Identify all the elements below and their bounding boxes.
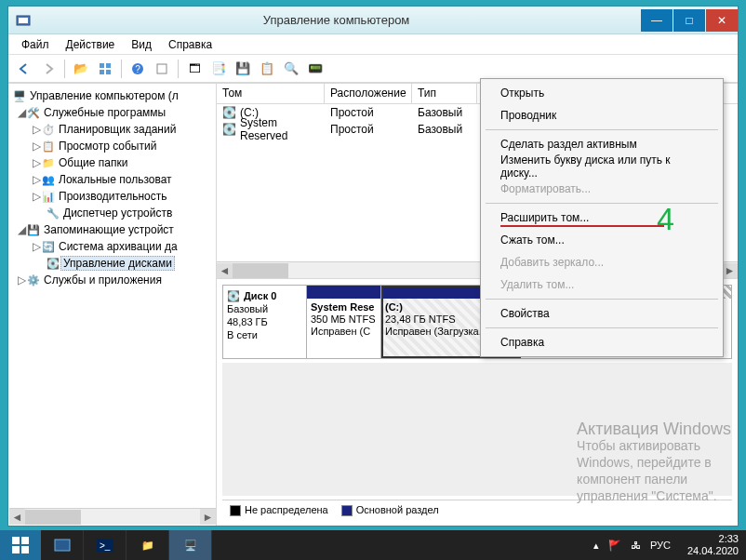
up-icon[interactable]: 📂 (71, 59, 91, 79)
ctx-shrink-volume[interactable]: Сжать том... (484, 229, 720, 251)
tree-diskmgmt[interactable]: Управление дисками (60, 256, 175, 271)
close-button[interactable]: ✕ (706, 9, 738, 32)
tray-flag-icon[interactable]: 🚩 (608, 540, 621, 552)
drive-icon: 💽 (222, 123, 236, 136)
tree-services[interactable]: Служебные программы (41, 106, 166, 119)
start-button[interactable] (0, 530, 41, 560)
col-type[interactable]: Тип (412, 84, 477, 103)
tree-svcapps[interactable]: Службы и приложения (41, 273, 162, 287)
ctx-delete-volume: Удалить том... (484, 273, 720, 296)
svg-text:?: ? (135, 64, 140, 74)
tools-icon: 🛠️ (26, 107, 41, 119)
svg-rect-4 (100, 70, 104, 74)
view-icon[interactable] (95, 59, 115, 79)
ctx-change-letter[interactable]: Изменить букву диска или путь к диску... (484, 155, 720, 178)
tree-users[interactable]: Локальные пользоват (56, 173, 172, 186)
minimize-button[interactable]: — (641, 9, 673, 32)
maximize-button[interactable]: □ (673, 9, 705, 32)
taskbar-servermgr[interactable] (41, 530, 84, 560)
svg-rect-10 (21, 537, 29, 544)
ctx-open[interactable]: Открыть (484, 82, 720, 104)
context-menu: Открыть Проводник Сделать раздел активны… (480, 78, 724, 357)
action2-icon[interactable]: 💾 (233, 59, 253, 79)
menu-file[interactable]: Файл (14, 36, 57, 53)
col-layout[interactable]: Расположение (325, 84, 412, 103)
services-icon: ⚙️ (26, 274, 41, 287)
app-icon (14, 11, 33, 30)
tree-devmgr[interactable]: Диспетчер устройств (60, 207, 172, 220)
svg-rect-1 (19, 18, 28, 23)
ctx-add-mirror: Добавить зеркало... (484, 251, 720, 273)
tree-eventviewer[interactable]: Просмотр событий (56, 140, 156, 153)
folder-icon: 📁 (41, 157, 56, 169)
scroll-right-icon[interactable]: ► (722, 263, 738, 278)
taskbar-clock[interactable]: 2:33 24.04.2020 (680, 533, 746, 557)
tray-network-icon[interactable]: 🖧 (631, 540, 641, 551)
navigation-tree[interactable]: 🖥️Управление компьютером (л ◢🛠️Служебные… (8, 84, 217, 526)
titlebar[interactable]: Управление компьютером — □ ✕ (8, 7, 738, 34)
svg-rect-13 (55, 540, 70, 551)
scroll-right-icon[interactable]: ► (200, 509, 216, 525)
ctx-format: Форматировать... (484, 178, 720, 200)
storage-icon: 💾 (26, 224, 41, 236)
taskbar-compmgmt[interactable]: 🖥️ (169, 530, 212, 560)
tree-shared[interactable]: Общие папки (56, 156, 127, 169)
action3-icon[interactable]: 📋 (257, 59, 277, 79)
tree-root[interactable]: Управление компьютером (л (27, 89, 179, 102)
ctx-mark-active[interactable]: Сделать раздел активным (484, 133, 720, 155)
scroll-thumb[interactable] (233, 263, 288, 278)
ctx-help[interactable]: Справка (484, 331, 720, 353)
tree-hscroll[interactable]: ◄ ► (9, 508, 216, 525)
ctx-properties[interactable]: Свойства (484, 302, 720, 325)
devmgr-icon: 🔧 (46, 207, 60, 220)
tree-scheduler[interactable]: Планировщик заданий (56, 123, 176, 136)
tray-lang[interactable]: РУС (650, 540, 671, 551)
menu-help[interactable]: Справка (161, 36, 220, 53)
tree-backup[interactable]: Система архивации да (56, 240, 178, 253)
window-title: Управление компьютером (33, 13, 640, 27)
partition-system-reserved[interactable]: System Rese 350 МБ NTFS Исправен (С (307, 286, 381, 358)
diskmgmt-icon: 💽 (46, 258, 60, 270)
back-button[interactable] (14, 59, 34, 79)
event-icon: 📋 (41, 140, 56, 153)
backup-icon: 🔄 (41, 241, 56, 253)
menu-view[interactable]: Вид (124, 36, 159, 53)
action4-icon[interactable]: 🔍 (281, 59, 301, 79)
svg-rect-2 (100, 63, 104, 68)
taskbar-powershell[interactable]: >_ (84, 530, 127, 560)
svg-rect-9 (12, 537, 20, 544)
scroll-left-icon[interactable]: ◄ (9, 509, 25, 525)
taskbar: >_ 📁 🖥️ ▴ 🚩 🖧 РУС 2:33 24.04.2020 (0, 530, 746, 560)
svg-rect-11 (12, 546, 20, 553)
tray-up-icon[interactable]: ▴ (593, 540, 599, 552)
props-icon[interactable] (152, 59, 172, 79)
users-icon: 👥 (41, 174, 56, 186)
action5-icon[interactable]: 📟 (305, 59, 326, 79)
scroll-thumb[interactable] (25, 510, 81, 525)
forward-button[interactable] (38, 59, 59, 79)
scroll-left-icon[interactable]: ◄ (217, 263, 233, 278)
action1-icon[interactable]: 📑 (208, 59, 229, 79)
taskbar-explorer[interactable]: 📁 (127, 530, 169, 560)
col-volume[interactable]: Том (217, 84, 325, 103)
drive-icon: 💽 (222, 106, 236, 119)
disk-icon: 💽 (227, 289, 240, 302)
refresh-icon[interactable]: 🗔 (184, 59, 205, 79)
svg-rect-5 (106, 70, 111, 74)
help-icon[interactable]: ? (127, 59, 148, 79)
menubar: Файл Действие Вид Справка (8, 34, 738, 55)
svg-rect-8 (157, 64, 167, 73)
activation-watermark: Активация Windows Чтобы активировать Win… (577, 420, 731, 504)
disk-info[interactable]: 💽Диск 0 Базовый 48,83 ГБ В сети (223, 286, 307, 358)
tree-storage[interactable]: Запоминающие устройст (41, 223, 174, 236)
annotation-number: 4 (657, 201, 674, 237)
computer-icon: 🖥️ (12, 90, 27, 102)
svg-text:>_: >_ (100, 540, 111, 551)
menu-action[interactable]: Действие (59, 36, 123, 53)
tree-perf[interactable]: Производительность (56, 190, 167, 203)
ctx-extend-volume[interactable]: Расширить том... (484, 207, 720, 229)
clock-icon: ⏱️ (41, 124, 56, 136)
svg-rect-3 (106, 63, 111, 68)
ctx-explorer[interactable]: Проводник (484, 104, 720, 127)
system-tray[interactable]: ▴ 🚩 🖧 РУС (584, 540, 680, 552)
